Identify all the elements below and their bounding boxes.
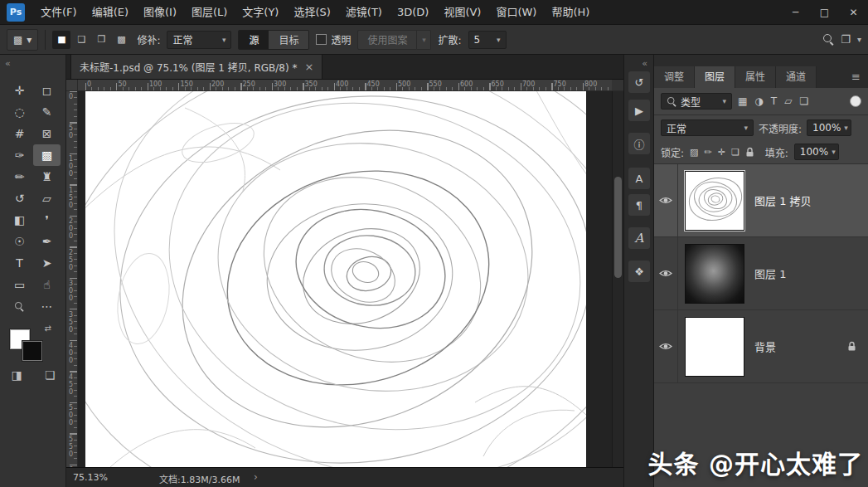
menu-item-10[interactable]: 帮助(H)	[544, 0, 597, 25]
layer-row[interactable]: 图层 1	[654, 237, 868, 310]
tool-preset-picker[interactable]: ▩ ▾	[7, 29, 38, 51]
lock-image-pixels-icon[interactable]: ✏	[704, 147, 711, 158]
maximize-button[interactable]: □	[810, 0, 839, 25]
more-tools-icon[interactable]: ⋯	[33, 295, 61, 317]
ruler-corner[interactable]	[66, 80, 78, 91]
horizontal-ruler[interactable]: 0501001502002503003504004505005506006507…	[78, 80, 612, 91]
document-tab[interactable]: 未标题-1.psd @ 75.1% (图层 1 拷贝, RGB/8) * ×	[70, 55, 322, 79]
panel-strip-collapse-icon[interactable]: «	[642, 58, 647, 69]
tab-close-icon[interactable]: ×	[304, 61, 313, 73]
crop-tool-icon[interactable]: #	[6, 123, 33, 144]
brush-tool-icon[interactable]: ✏	[6, 166, 33, 187]
paragraph-panel-icon[interactable]: ¶	[628, 194, 650, 216]
intersect-selection-icon[interactable]: ▩	[112, 31, 130, 49]
pen-tool-icon[interactable]: ✒	[33, 231, 61, 252]
minimize-button[interactable]: ─	[781, 0, 810, 25]
eraser-tool-icon[interactable]: ▱	[33, 187, 61, 209]
status-flyout-icon[interactable]: ›	[254, 471, 258, 483]
background-color[interactable]	[22, 341, 42, 361]
filter-type-select[interactable]: 类型 ▾	[661, 93, 732, 110]
layer-visibility-toggle[interactable]	[654, 164, 678, 236]
swap-colors-icon[interactable]: ⇄	[45, 324, 51, 333]
source-button[interactable]: 源	[239, 31, 269, 49]
clone-stamp-tool-icon[interactable]: ♜	[33, 166, 61, 187]
diffusion-select[interactable]: 5 ▾	[468, 31, 507, 49]
zoom-level[interactable]: 75.13%	[73, 472, 108, 483]
filter-type-layers-icon[interactable]: T	[771, 95, 777, 107]
layer-row[interactable]: 背景	[654, 310, 868, 383]
glyphs-panel-icon[interactable]: A	[628, 227, 650, 249]
workspace-chevron-icon[interactable]: ▾	[857, 35, 861, 44]
lock-position-icon[interactable]: ✛	[718, 147, 725, 158]
layer-thumbnail[interactable]	[685, 317, 744, 377]
layer-thumbnail[interactable]	[685, 171, 744, 231]
transparent-checkbox[interactable]: 透明	[316, 32, 351, 46]
workspace-icon[interactable]: ❐	[841, 33, 851, 46]
layer-row[interactable]: 图层 1 拷贝	[654, 164, 868, 237]
gradient-tool-icon[interactable]: ◧	[6, 209, 33, 231]
search-icon[interactable]	[823, 34, 834, 45]
subtract-selection-icon[interactable]: ❒	[92, 31, 110, 49]
panel-tab-2[interactable]: 属性	[735, 66, 776, 88]
menu-item-3[interactable]: 图层(L)	[184, 0, 235, 25]
eyedropper-tool-icon[interactable]: ✑	[6, 144, 33, 166]
filter-shape-layers-icon[interactable]: ▱	[784, 95, 792, 107]
layer-filter-toggle[interactable]	[850, 95, 861, 107]
3d-panel-icon[interactable]: ❖	[628, 261, 650, 282]
type-tool-icon[interactable]: T	[6, 252, 33, 274]
marquee-tool-icon[interactable]: ◻	[33, 80, 61, 101]
menu-item-0[interactable]: 文件(F)	[33, 0, 85, 25]
document-canvas[interactable]	[85, 91, 586, 467]
menu-item-6[interactable]: 滤镜(T)	[338, 0, 390, 25]
history-brush-tool-icon[interactable]: ↺	[6, 187, 33, 209]
new-selection-icon[interactable]: ■	[52, 31, 70, 49]
info-panel-icon[interactable]: ⓘ	[628, 133, 650, 154]
frame-tool-icon[interactable]: ⊠	[33, 123, 61, 144]
panel-tab-1[interactable]: 图层	[695, 66, 735, 88]
toolbar-collapse-icon[interactable]: «	[5, 58, 11, 69]
menu-item-8[interactable]: 视图(V)	[436, 0, 488, 25]
menu-item-4[interactable]: 文字(Y)	[235, 0, 286, 25]
menu-item-2[interactable]: 图像(I)	[136, 0, 184, 25]
shape-tool-icon[interactable]: ▭	[6, 274, 33, 295]
patch-tool-icon[interactable]: ▩	[33, 144, 61, 166]
add-selection-icon[interactable]: ❑	[72, 31, 90, 49]
lock-artboard-icon[interactable]: ❏	[731, 147, 739, 158]
menu-item-5[interactable]: 选择(S)	[286, 0, 337, 25]
opacity-select[interactable]: 100% ▾	[807, 119, 851, 136]
destination-button[interactable]: 目标	[269, 31, 308, 49]
filter-smart-objects-icon[interactable]: ❏	[799, 95, 808, 107]
scrollbar-thumb[interactable]	[614, 177, 622, 278]
filter-pixel-layers-icon[interactable]: ▦	[738, 95, 747, 107]
vertical-ruler[interactable]: 050100150200250300350400450500550600	[66, 91, 78, 467]
lock-transparent-pixels-icon[interactable]: ▨	[690, 147, 698, 158]
lasso-tool-icon[interactable]: ◌	[6, 101, 33, 123]
quick-selection-tool-icon[interactable]: ✎	[33, 101, 61, 123]
blend-mode-select[interactable]: 正常 ▾	[661, 119, 754, 136]
history-panel-icon[interactable]: ↺	[628, 71, 650, 93]
hand-tool-icon[interactable]: ☝	[33, 274, 61, 295]
panel-menu-icon[interactable]: ≡	[844, 66, 868, 88]
panel-tab-3[interactable]: 通道	[776, 66, 817, 88]
menu-item-1[interactable]: 编辑(E)	[85, 0, 136, 25]
filter-adjustment-layers-icon[interactable]: ◑	[754, 95, 763, 107]
character-panel-icon[interactable]: A	[628, 168, 650, 189]
dodge-tool-icon[interactable]: ☉	[6, 231, 33, 252]
close-button[interactable]: ✕	[839, 0, 868, 25]
move-tool-icon[interactable]: ✛	[6, 80, 33, 101]
menu-item-9[interactable]: 窗口(W)	[488, 0, 544, 25]
actions-panel-icon[interactable]: ▶	[628, 100, 650, 121]
screen-mode-icon[interactable]: ❏	[45, 368, 56, 382]
menu-item-7[interactable]: 3D(D)	[390, 0, 436, 25]
layer-visibility-toggle[interactable]	[654, 310, 678, 382]
patch-mode-select[interactable]: 正常 ▾	[167, 31, 231, 49]
quick-mask-icon[interactable]: ◨	[12, 368, 22, 382]
vertical-scrollbar[interactable]	[612, 91, 623, 467]
layer-visibility-toggle[interactable]	[654, 237, 678, 309]
layer-thumbnail[interactable]	[685, 244, 744, 304]
zoom-tool-icon[interactable]	[6, 295, 33, 317]
lock-all-icon[interactable]	[745, 147, 754, 158]
panel-tab-0[interactable]: 调整	[654, 66, 695, 88]
fill-select[interactable]: 100% ▾	[794, 144, 839, 160]
path-selection-tool-icon[interactable]: ➤	[33, 252, 61, 274]
